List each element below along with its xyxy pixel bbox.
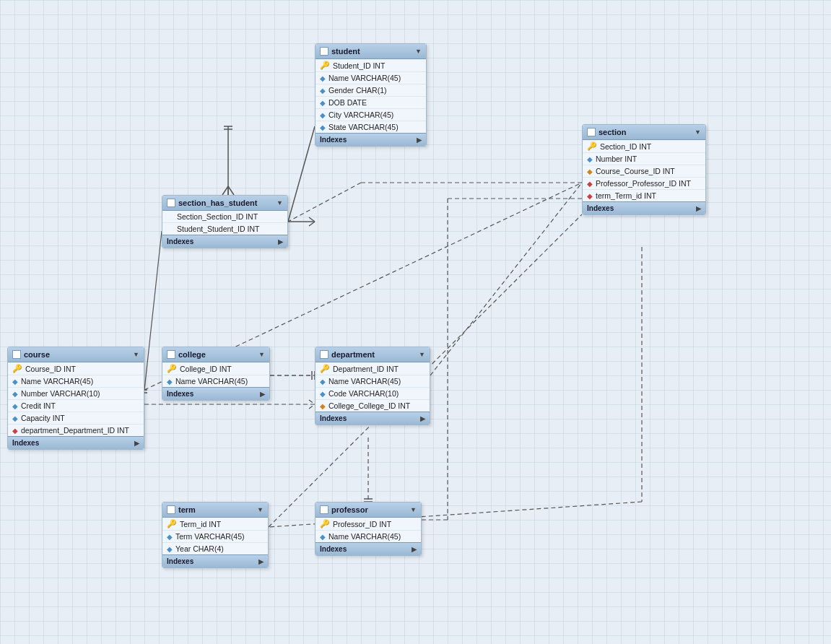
diamond-blue-icon: ◆: [320, 533, 326, 541]
table-footer-term[interactable]: Indexes ▶: [162, 554, 268, 567]
table-row-section_has_student-0: Section_Section_ID INT: [162, 211, 287, 223]
dropdown-arrow-section[interactable]: ▼: [695, 129, 701, 136]
dropdown-arrow-department[interactable]: ▼: [419, 351, 425, 358]
table-title-college: college: [178, 350, 206, 359]
table-row-section-3: ◆ Professor_Professor_ID INT: [583, 178, 705, 190]
table-college: college ▼ 🔑 College_ID INT ◆ Name VARCHA…: [162, 347, 270, 401]
table-row-department-3: ◆ College_College_ID INT: [316, 400, 430, 412]
table-footer-section[interactable]: Indexes ▶: [583, 201, 705, 214]
dropdown-arrow-section_has_student[interactable]: ▼: [277, 199, 283, 206]
field-text-term-2: Year CHAR(4): [175, 544, 224, 553]
table-row-course-3: ◆ Credit INT: [8, 400, 144, 412]
table-header-college[interactable]: college ▼: [162, 347, 269, 362]
footer-arrow-professor: ▶: [412, 546, 417, 553]
field-text-department-2: Code VARCHAR(10): [329, 389, 399, 398]
table-icon-student: [320, 47, 329, 56]
table-row-student-1: ◆ Name VARCHAR(45): [316, 72, 426, 84]
field-text-course-4: Capacity INT: [21, 414, 65, 422]
svg-line-9: [309, 222, 315, 226]
dropdown-arrow-college[interactable]: ▼: [258, 351, 265, 358]
footer-arrow-student: ▶: [417, 136, 422, 144]
table-student: student ▼ 🔑 Student_ID INT ◆ Name VARCHA…: [315, 43, 427, 147]
diamond-blue-icon: ◆: [320, 390, 326, 398]
table-body-course: 🔑 Course_ID INT ◆ Name VARCHAR(45) ◆ Num…: [8, 362, 144, 436]
dropdown-arrow-professor[interactable]: ▼: [410, 506, 417, 513]
table-term: term ▼ 🔑 Term_id INT ◆ Term VARCHAR(45) …: [162, 502, 269, 568]
table-row-student-0: 🔑 Student_ID INT: [316, 59, 426, 72]
field-text-student-2: Gender CHAR(1): [329, 86, 387, 95]
field-text-section-0: Section_ID INT: [600, 142, 651, 151]
indexes-label-course: Indexes: [12, 439, 39, 447]
diamond-orange-icon: ◆: [587, 167, 593, 175]
diamond-blue-icon: ◆: [320, 87, 326, 95]
key-icon: 🔑: [167, 519, 177, 528]
table-icon-term: [167, 505, 175, 514]
field-text-professor-0: Professor_ID INT: [333, 520, 391, 528]
field-text-section-2: Course_Course_ID INT: [596, 167, 675, 175]
table-header-department[interactable]: department ▼: [316, 347, 430, 362]
table-course: course ▼ 🔑 Course_ID INT ◆ Name VARCHAR(…: [7, 347, 144, 450]
table-icon-course: [12, 350, 21, 359]
footer-arrow-section_has_student: ▶: [278, 238, 283, 245]
diamond-blue-icon: ◆: [320, 74, 326, 82]
svg-line-6: [288, 126, 315, 222]
svg-line-24: [430, 183, 582, 375]
footer-arrow-department: ▶: [420, 415, 425, 422]
table-department: department ▼ 🔑 Department_ID INT ◆ Name …: [315, 347, 430, 425]
diamond-blue-icon: ◆: [12, 378, 18, 386]
table-title-course: course: [24, 350, 50, 359]
table-section: section ▼ 🔑 Section_ID INT ◆ Number INT …: [582, 124, 706, 215]
svg-line-4: [228, 186, 234, 195]
table-header-course[interactable]: course ▼: [8, 347, 144, 362]
table-header-section[interactable]: section ▼: [583, 125, 705, 140]
table-row-term-1: ◆ Term VARCHAR(45): [162, 531, 268, 543]
dropdown-arrow-term[interactable]: ▼: [257, 506, 264, 513]
table-footer-professor[interactable]: Indexes ▶: [316, 542, 421, 555]
dropdown-arrow-course[interactable]: ▼: [133, 351, 139, 358]
table-professor: professor ▼ 🔑 Professor_ID INT ◆ Name VA…: [315, 502, 422, 556]
table-icon-department: [320, 350, 329, 359]
table-header-section_has_student[interactable]: section_has_student ▼: [162, 196, 287, 211]
table-footer-student[interactable]: Indexes ▶: [316, 133, 426, 146]
table-row-course-2: ◆ Number VARCHAR(10): [8, 388, 144, 400]
table-footer-section_has_student[interactable]: Indexes ▶: [162, 235, 287, 248]
table-footer-department[interactable]: Indexes ▶: [316, 412, 430, 425]
table-icon-professor: [320, 505, 329, 514]
svg-line-28: [309, 404, 315, 409]
table-header-student[interactable]: student ▼: [316, 44, 426, 59]
diamond-blue-icon: ◆: [320, 378, 326, 386]
field-text-professor-1: Name VARCHAR(45): [329, 532, 401, 541]
table-body-department: 🔑 Department_ID INT ◆ Name VARCHAR(45) ◆…: [316, 362, 430, 412]
field-text-term-0: Term_id INT: [180, 520, 221, 528]
table-header-professor[interactable]: professor ▼: [316, 502, 421, 518]
diamond-blue-icon: ◆: [12, 414, 18, 422]
table-row-student-3: ◆ DOB DATE: [316, 97, 426, 109]
table-icon-section_has_student: [167, 199, 175, 207]
table-row-student-4: ◆ City VARCHAR(45): [316, 109, 426, 121]
svg-line-11: [288, 183, 361, 222]
field-text-department-3: College_College_ID INT: [329, 401, 410, 410]
table-header-term[interactable]: term ▼: [162, 502, 268, 518]
table-row-course-0: 🔑 Course_ID INT: [8, 362, 144, 375]
table-row-section-4: ◆ term_Term_id INT: [583, 190, 705, 201]
table-row-term-2: ◆ Year CHAR(4): [162, 543, 268, 554]
key-icon: 🔑: [587, 142, 597, 151]
table-row-department-0: 🔑 Department_ID INT: [316, 362, 430, 375]
table-icon-college: [167, 350, 175, 359]
diamond-blue-icon: ◆: [320, 123, 326, 131]
key-icon: 🔑: [320, 519, 330, 528]
table-title-department: department: [331, 350, 375, 359]
table-icon-section: [587, 128, 596, 136]
table-row-term-0: 🔑 Term_id INT: [162, 518, 268, 531]
field-text-course-0: Course_ID INT: [25, 365, 76, 373]
table-row-student-5: ◆ State VARCHAR(45): [316, 121, 426, 133]
indexes-label-section_has_student: Indexes: [167, 238, 193, 245]
dropdown-arrow-student[interactable]: ▼: [415, 48, 422, 55]
diamond-red-icon: ◆: [587, 192, 593, 200]
table-body-section: 🔑 Section_ID INT ◆ Number INT ◆ Course_C…: [583, 140, 705, 201]
key-icon: 🔑: [12, 364, 22, 373]
table-footer-college[interactable]: Indexes ▶: [162, 387, 269, 400]
table-footer-course[interactable]: Indexes ▶: [8, 436, 144, 449]
table-row-professor-0: 🔑 Professor_ID INT: [316, 518, 421, 531]
field-text-college-0: College_ID INT: [180, 365, 232, 373]
